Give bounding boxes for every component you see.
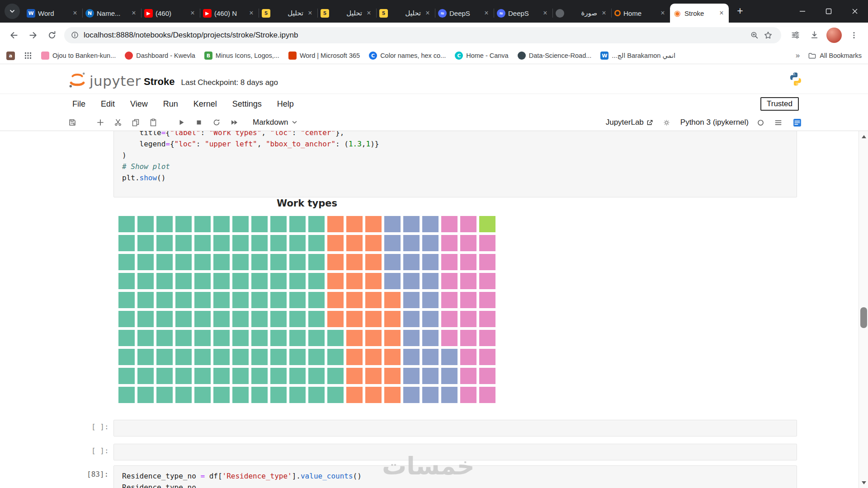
khamsat-favicon: 5 [321, 9, 329, 18]
minimize-button[interactable] [789, 0, 816, 23]
zoom-button[interactable] [748, 28, 761, 42]
maximize-button[interactable] [816, 0, 842, 23]
bookmark-item[interactable]: Wانمي Barakamon الج... [600, 52, 675, 60]
waffle-block [422, 311, 439, 327]
tab-close-icon[interactable]: × [130, 9, 138, 17]
tab-search-button[interactable] [5, 4, 20, 19]
waffle-block [194, 254, 211, 270]
tab-close-icon[interactable]: × [659, 9, 667, 17]
menu-settings[interactable]: Settings [232, 99, 262, 109]
insert-cell-button[interactable] [95, 117, 106, 128]
bookmark-item[interactable]: CColor names, hex co... [369, 52, 446, 60]
tab-close-icon[interactable]: × [424, 9, 432, 17]
tab-close-icon[interactable]: × [247, 9, 255, 17]
bookmark-item[interactable]: BMinus Icons, Logos,... [204, 52, 279, 60]
hamburger-icon [774, 118, 783, 127]
menu-kernel[interactable]: Kernel [193, 99, 217, 109]
tab-close-icon[interactable]: × [482, 9, 491, 17]
tab-close-icon[interactable]: × [717, 9, 726, 17]
waffle-block [384, 349, 401, 365]
kernel-name[interactable]: Python 3 (ipykernel) [680, 118, 749, 127]
new-tab-button[interactable]: + [733, 5, 747, 18]
empty-code-cell[interactable] [113, 420, 797, 436]
tab-close-icon[interactable]: × [600, 9, 608, 17]
cut-cell-button[interactable] [113, 117, 123, 128]
tab[interactable]: صورة× [552, 4, 611, 23]
save-button[interactable] [67, 117, 78, 128]
menu-edit[interactable]: Edit [101, 99, 115, 109]
address-bar[interactable]: localhost:8888/notebooks/Desktop/project… [64, 27, 781, 43]
downloads-button[interactable] [805, 26, 824, 45]
tab[interactable]: 5تحليل× [259, 4, 317, 23]
bookmarks-overflow-button[interactable]: » [796, 51, 800, 60]
notebook-panel-button[interactable] [792, 117, 802, 128]
bookmark-item[interactable]: Dashboard - Kwevla [125, 52, 195, 60]
menu-view[interactable]: View [130, 99, 148, 109]
scroll-up-button[interactable] [859, 132, 868, 141]
bookmark-item[interactable]: Ojou to Banken-kun... [41, 52, 116, 60]
bookmark-star-button[interactable] [761, 28, 775, 42]
reload-button[interactable] [42, 26, 61, 45]
cell-type-dropdown[interactable]: Markdown [253, 118, 297, 127]
bookmark-label: Minus Icons, Logos,... [216, 52, 279, 59]
waffle-block [270, 311, 287, 327]
jupyter-logo[interactable]: jupyter [68, 70, 141, 89]
code-cell-partial[interactable]: title={"label": "Work types", "loc": "ce… [113, 131, 797, 197]
tab-title: (460) N [214, 9, 245, 17]
code-editor[interactable]: title={"label": "Work types", "loc": "ce… [122, 131, 788, 183]
tab-close-icon[interactable]: × [365, 9, 373, 17]
tune-button[interactable] [786, 26, 805, 45]
interrupt-kernel-button[interactable] [193, 117, 204, 128]
tab-close-icon[interactable]: × [306, 9, 314, 17]
bookmark-item[interactable]: CHome - Canva [455, 52, 508, 60]
apps-grid-button[interactable] [24, 52, 32, 60]
tab[interactable]: ▶(460) N× [200, 4, 259, 23]
jupyterlab-link[interactable]: JupyterLab [606, 118, 653, 127]
back-button[interactable] [5, 26, 24, 45]
tab-close-icon[interactable]: × [189, 9, 197, 17]
bookmark-a[interactable]: a [6, 52, 15, 60]
tab-active[interactable]: ◉Stroke× [670, 4, 729, 23]
site-info-icon[interactable] [71, 31, 79, 39]
menu-help[interactable]: Help [277, 99, 294, 109]
code-cell-83[interactable]: Residence_type_no = df['Residence_type']… [113, 465, 797, 488]
notebook-scrollbar[interactable] [859, 131, 868, 488]
tab[interactable]: 5تحليل× [317, 4, 376, 23]
code-editor[interactable]: Residence_type_no = df['Residence_type']… [122, 470, 788, 488]
tab-close-icon[interactable]: × [71, 9, 79, 17]
tab-close-icon[interactable]: × [541, 9, 549, 17]
run-cell-button[interactable] [176, 117, 187, 128]
tab[interactable]: ▶(460)× [141, 4, 200, 23]
close-button[interactable] [842, 0, 868, 23]
kwevla-favicon [125, 52, 133, 60]
cell-type-value: Markdown [253, 118, 288, 127]
forward-button[interactable] [24, 26, 42, 45]
waffle-block [175, 330, 192, 346]
tab[interactable]: NName...× [82, 4, 141, 23]
restart-kernel-button[interactable] [211, 117, 222, 128]
browser-menu-button[interactable] [844, 26, 863, 45]
tab[interactable]: Home× [611, 4, 670, 23]
profile-avatar[interactable] [826, 28, 842, 43]
menu-file[interactable]: File [72, 99, 85, 109]
tab-search-chevron-icon [9, 8, 16, 15]
tab[interactable]: 5تحليل× [376, 4, 435, 23]
all-bookmarks-button[interactable]: All Bookmarks [808, 52, 862, 60]
trusted-button[interactable]: Trusted [760, 97, 799, 111]
tab[interactable]: ≈DeepS× [494, 4, 552, 23]
copy-cell-button[interactable] [130, 117, 141, 128]
waffle-block [460, 349, 476, 365]
tab[interactable]: WWord× [24, 4, 82, 23]
bookmark-item[interactable]: Data-Science-Road... [518, 52, 592, 60]
scrollbar-thumb[interactable] [860, 307, 867, 328]
scroll-down-button[interactable] [859, 478, 868, 487]
settings-button[interactable] [661, 117, 672, 128]
menu-run[interactable]: Run [163, 99, 178, 109]
tab[interactable]: ≈DeepS× [435, 4, 494, 23]
notebook-menu-button[interactable] [773, 117, 783, 128]
empty-code-cell[interactable] [113, 444, 797, 460]
paste-cell-button[interactable] [148, 117, 159, 128]
notebook-title[interactable]: Stroke [144, 76, 175, 88]
bookmark-item[interactable]: Word | Microsoft 365 [288, 52, 360, 60]
restart-run-all-button[interactable] [229, 117, 240, 128]
